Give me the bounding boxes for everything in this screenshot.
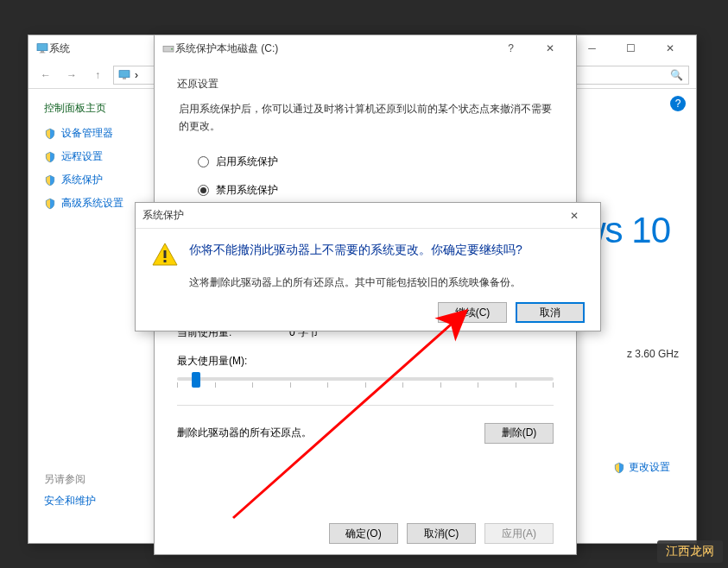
computer-icon (35, 41, 49, 55)
breadcrumb-separator: › (135, 69, 138, 81)
svg-rect-8 (164, 260, 167, 262)
confirm-subline: 这将删除此驱动器上的所有还原点。其中可能包括较旧的系统映像备份。 (189, 275, 585, 290)
change-settings-label: 更改设置 (629, 460, 670, 475)
svg-rect-3 (119, 70, 130, 77)
radio-disable-label: 禁用系统保护 (216, 183, 278, 198)
sidebar-link-label: 远程设置 (61, 149, 103, 164)
close-button[interactable]: ✕ (650, 35, 689, 61)
svg-point-6 (171, 48, 173, 50)
radio-icon (198, 185, 209, 196)
confirmation-dialog: 系统保护 ✕ 你将不能撤消此驱动器上不需要的系统更改。你确定要继续吗? 这将删除… (135, 202, 601, 331)
confirm-titlebar[interactable]: 系统保护 ✕ (136, 203, 600, 229)
max-usage-label: 最大使用量(M): (177, 354, 554, 369)
nav-back-button[interactable]: ← (35, 65, 56, 85)
restore-settings-description: 启用系统保护后，你可以通过及时将计算机还原到以前的某个状态点来撤消不需要的更改。 (177, 100, 554, 136)
minimize-button[interactable]: ─ (573, 35, 611, 61)
warning-icon (151, 241, 179, 268)
sidebar-link-remote-settings[interactable]: 远程设置 (44, 149, 142, 164)
nav-forward-button[interactable]: → (61, 65, 82, 85)
sidebar-link-device-manager[interactable]: 设备管理器 (44, 126, 142, 141)
sidebar-link-label: 设备管理器 (61, 126, 113, 141)
watermark: 江西龙网 (657, 540, 723, 563)
see-also-section: 另请参阅 安全和维护 (44, 472, 96, 508)
shield-icon (613, 462, 625, 474)
maximize-button[interactable]: ☐ (611, 35, 650, 61)
svg-rect-0 (37, 44, 47, 51)
sidebar-link-label: 高级系统设置 (61, 196, 123, 211)
radio-icon (198, 156, 209, 167)
shield-icon (44, 128, 56, 140)
cancel-button[interactable]: 取消(C) (407, 523, 476, 544)
see-also-link[interactable]: 安全和维护 (44, 495, 96, 507)
shield-icon (44, 198, 56, 210)
drive-icon (161, 41, 175, 55)
radio-disable-protection[interactable]: 禁用系统保护 (198, 183, 554, 198)
restore-settings-heading: 还原设置 (177, 77, 554, 92)
delete-restore-points-description: 删除此驱动器的所有还原点。 (177, 426, 312, 440)
computer-icon (117, 68, 131, 82)
cpu-info-fragment: z 3.60 GHz (627, 348, 679, 360)
delete-button[interactable]: 删除(D) (484, 423, 554, 444)
see-also-heading: 另请参阅 (44, 472, 96, 487)
props-help-button[interactable]: ? (491, 35, 530, 61)
confirm-close-button[interactable]: ✕ (554, 203, 593, 229)
radio-enable-label: 启用系统保护 (216, 155, 278, 169)
confirm-title: 系统保护 (142, 208, 184, 223)
system-window-title: 系统 (49, 41, 70, 56)
props-close-button[interactable]: ✕ (530, 35, 569, 61)
apply-button[interactable]: 应用(A) (484, 523, 554, 544)
sidebar-link-system-protection[interactable]: 系统保护 (44, 173, 142, 187)
sidebar-link-advanced-settings[interactable]: 高级系统设置 (44, 196, 142, 211)
search-icon: 🔍 (670, 69, 683, 81)
nav-up-button[interactable]: ↑ (87, 65, 108, 85)
ok-button[interactable]: 确定(O) (329, 523, 398, 544)
slider-thumb[interactable] (192, 372, 200, 388)
change-settings-link[interactable]: 更改设置 (613, 460, 670, 475)
max-usage-slider[interactable] (177, 377, 554, 381)
shield-icon (44, 151, 56, 163)
confirm-headline: 你将不能撤消此驱动器上不需要的系统更改。你确定要继续吗? (189, 241, 522, 259)
sidebar-heading: 控制面板主页 (44, 101, 142, 116)
props-title: 系统保护本地磁盘 (C:) (175, 41, 278, 56)
svg-rect-4 (123, 78, 126, 79)
svg-rect-2 (40, 53, 46, 54)
svg-rect-7 (164, 250, 167, 258)
radio-enable-protection[interactable]: 启用系统保护 (198, 155, 554, 169)
continue-button[interactable]: 继续(C) (438, 302, 507, 323)
sidebar-link-label: 系统保护 (61, 173, 103, 187)
confirm-cancel-button[interactable]: 取消 (516, 302, 585, 323)
svg-rect-1 (41, 51, 44, 52)
shield-icon (44, 174, 56, 186)
props-titlebar[interactable]: 系统保护本地磁盘 (C:) ? ✕ (155, 35, 576, 61)
